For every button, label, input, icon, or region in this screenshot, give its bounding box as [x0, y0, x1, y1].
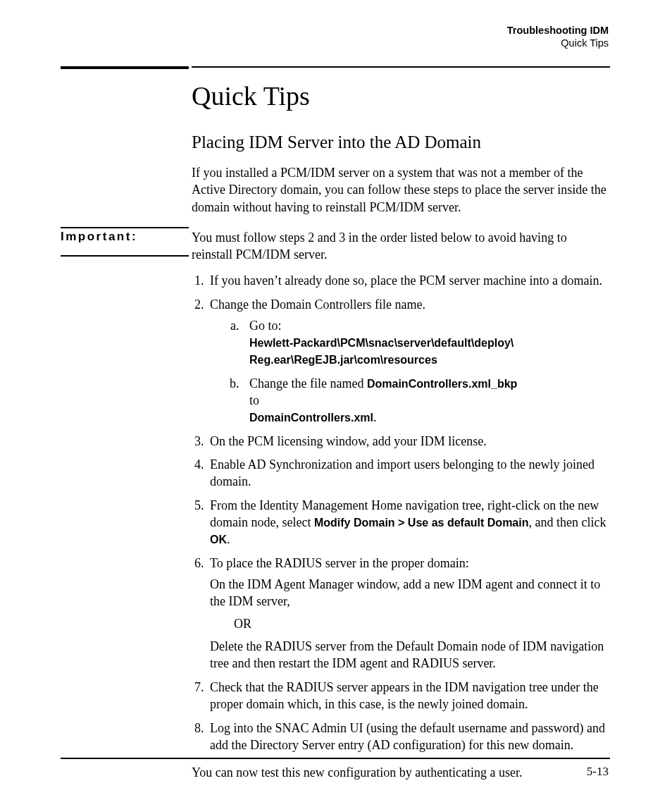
- step-6-lead: To place the RADIUS server in the proper…: [210, 556, 469, 570]
- step-2a-path-line2: Reg.ear\RegEJB.jar\com\resources: [249, 354, 437, 366]
- step-5-ok: OK: [210, 534, 227, 546]
- step-5: From the Identity Management Home naviga…: [207, 498, 610, 548]
- step-5-menu-path: Modify Domain > Use as default Domain: [314, 517, 529, 529]
- step-2a-path-line1: Hewlett-Packard\PCM\snac\server\default\…: [249, 337, 514, 349]
- step-6: To place the RADIUS server in the proper…: [207, 555, 610, 672]
- step-2-substeps: Go to: Hewlett-Packard\PCM\snac\server\d…: [210, 318, 610, 426]
- step-2b-file-new: DomainControllers.xml: [249, 412, 373, 424]
- step-2a-lead: Go to:: [249, 319, 282, 333]
- sidebar-rule: [61, 227, 189, 228]
- step-2-text: Change the Domain Controllers file name.: [210, 297, 425, 312]
- step-5-post: .: [227, 532, 230, 546]
- step-6-option-b: Delete the RADIUS server from the Defaul…: [210, 639, 610, 672]
- step-2b-mid: to: [249, 393, 259, 407]
- header-chapter: Troubleshooting IDM: [507, 24, 609, 37]
- intro-paragraph: If you installed a PCM/IDM server on a s…: [192, 164, 610, 216]
- step-4: Enable AD Synchronization and import use…: [207, 457, 610, 491]
- important-paragraph: You must follow steps 2 and 3 in the ord…: [192, 229, 610, 264]
- steps-block: If you haven’t already done so, place th…: [192, 273, 610, 780]
- step-5-mid: , and then click: [528, 515, 606, 529]
- sidebar-rule: [61, 255, 189, 257]
- ornament-rule-short: [61, 66, 189, 69]
- step-8: Log into the SNAC Admin UI (using the de…: [207, 720, 610, 754]
- step-3: On the PCM licensing window, add your ID…: [207, 433, 610, 450]
- page-number: 5-13: [587, 765, 609, 779]
- step-2b-post: .: [373, 410, 377, 424]
- running-header: Troubleshooting IDM Quick Tips: [507, 24, 609, 49]
- important-label: Important:: [61, 230, 137, 244]
- step-6-option-a: On the IDM Agent Manager window, add a n…: [210, 577, 610, 610]
- step-2b-pre: Change the file named: [249, 376, 367, 390]
- section-heading: Placing IDM Server into the AD Domain: [192, 133, 481, 152]
- closing-paragraph: You can now test this new configuration …: [192, 765, 610, 780]
- ornament-rule-long: [192, 66, 610, 68]
- step-2a: Go to: Hewlett-Packard\PCM\snac\server\d…: [242, 318, 610, 369]
- step-2: Change the Domain Controllers file name.…: [207, 297, 610, 426]
- step-6-or: OR: [234, 616, 610, 633]
- step-1: If you haven’t already done so, place th…: [207, 273, 610, 290]
- document-page: Troubleshooting IDM Quick Tips Quick Tip…: [0, 0, 672, 807]
- header-section: Quick Tips: [507, 37, 609, 49]
- step-7: Check that the RADIUS server appears in …: [207, 679, 610, 713]
- step-2b-file-old: DomainControllers.xml_bkp: [367, 378, 517, 390]
- page-title: Quick Tips: [192, 80, 310, 111]
- ordered-steps: If you haven’t already done so, place th…: [192, 273, 610, 754]
- footer-rule: [61, 758, 610, 759]
- step-2b: Change the file named DomainControllers.…: [242, 376, 610, 426]
